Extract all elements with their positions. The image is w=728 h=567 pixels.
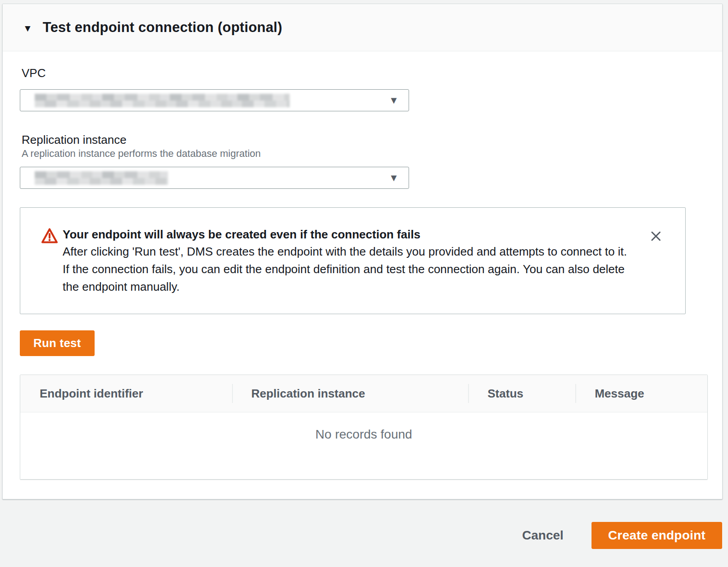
chevron-down-icon: ▼ [389, 96, 399, 105]
table-body: No records found [20, 412, 707, 479]
column-header-status: Status [468, 375, 575, 412]
replication-instance-field: Replication instance A replication insta… [20, 133, 708, 189]
section-title: Test endpoint connection (optional) [43, 19, 282, 36]
replication-instance-select[interactable]: ▼ [20, 167, 409, 189]
alert-title: Your endpoint will always be created eve… [63, 226, 633, 243]
form-footer-actions: Cancel Create endpoint [0, 499, 728, 549]
run-test-button[interactable]: Run test [20, 330, 95, 356]
warning-triangle-icon [41, 228, 58, 246]
vpc-select[interactable]: ▼ [20, 89, 409, 111]
section-header-toggle[interactable]: ▼ Test endpoint connection (optional) [3, 4, 722, 51]
table-header-row: Endpoint identifier Replication instance… [20, 375, 707, 412]
column-header-replication-instance: Replication instance [232, 375, 469, 412]
section-body: VPC ▼ Replication instance A replication… [3, 51, 722, 499]
alert-body: After clicking 'Run test', DMS creates t… [63, 243, 633, 296]
empty-state-message: No records found [20, 412, 707, 442]
replication-instance-description: A replication instance performs the data… [22, 148, 708, 160]
chevron-down-icon: ▼ [389, 173, 399, 183]
vpc-label: VPC [22, 66, 708, 80]
connection-results-table: Endpoint identifier Replication instance… [20, 375, 708, 480]
cancel-button[interactable]: Cancel [513, 523, 573, 548]
replication-instance-redacted-value [35, 171, 168, 185]
vpc-field: VPC ▼ [20, 66, 708, 111]
collapse-caret-icon: ▼ [23, 23, 32, 33]
replication-instance-label: Replication instance [22, 133, 708, 147]
column-header-endpoint-identifier: Endpoint identifier [20, 375, 232, 412]
column-header-message: Message [575, 375, 707, 412]
run-test-row: Run test [20, 330, 708, 356]
create-endpoint-button[interactable]: Create endpoint [592, 522, 722, 549]
close-icon[interactable] [646, 227, 665, 246]
alert-content: Your endpoint will always be created eve… [63, 226, 646, 296]
warning-alert: Your endpoint will always be created eve… [20, 207, 686, 314]
vpc-select-redacted-value [35, 94, 290, 107]
test-endpoint-connection-panel: ▼ Test endpoint connection (optional) VP… [2, 4, 723, 499]
